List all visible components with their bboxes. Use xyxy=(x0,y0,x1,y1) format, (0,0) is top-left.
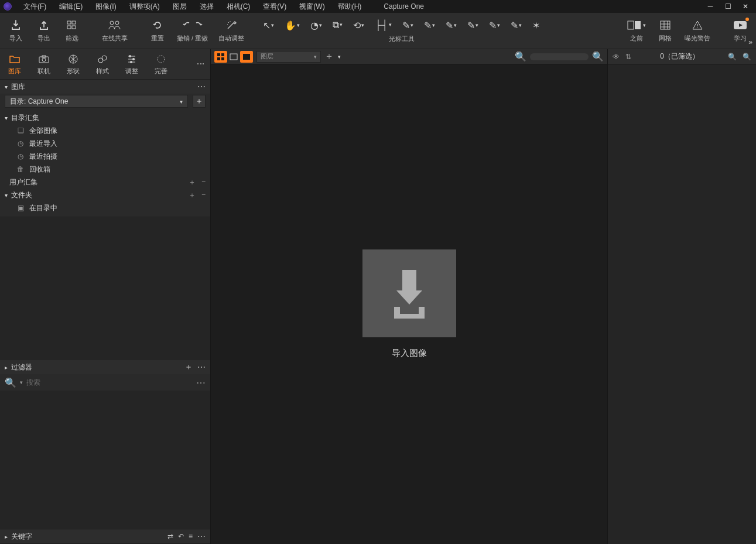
rotate-tool[interactable]: ⟲▾ xyxy=(353,20,364,31)
export-button[interactable]: 导出 xyxy=(33,16,55,45)
svg-marker-27 xyxy=(396,290,422,304)
share-button[interactable]: 在线共享 xyxy=(100,16,130,45)
item-in-catalog[interactable]: ▣在目录中 xyxy=(0,201,210,214)
reset-label: 重置 xyxy=(151,34,164,43)
keystone-tool[interactable]: ├┤▾ xyxy=(375,20,392,30)
undo-redo-icon xyxy=(181,19,204,32)
menu-window[interactable]: 视窗(W) xyxy=(293,1,330,13)
auto-adjust-button[interactable]: 自动调整 xyxy=(216,16,247,45)
svg-rect-22 xyxy=(217,57,220,60)
menu-view[interactable]: 查看(V) xyxy=(257,1,292,13)
remove-folder-button[interactable]: − xyxy=(201,190,206,200)
zoom-in-icon[interactable]: 🔍 xyxy=(592,51,604,62)
titlebar: 文件(F) 编辑(E) 图像(I) 调整项(A) 图层 选择 相机(C) 查看(… xyxy=(0,0,756,13)
hand-tool[interactable]: ✋▾ xyxy=(285,20,300,31)
group-folders[interactable]: ▾文件夹 ＋− xyxy=(0,189,210,201)
catalog-add-button[interactable]: ＋ xyxy=(193,95,206,108)
tab-shape[interactable]: 形状 xyxy=(59,49,88,80)
browser-search-icon[interactable]: 🔍 xyxy=(728,53,737,61)
tab-adjust[interactable]: 调整 xyxy=(117,49,146,80)
toolbar-overflow-icon[interactable]: » xyxy=(748,38,752,46)
in-catalog-label: 在目录中 xyxy=(29,203,57,213)
cull-button[interactable]: 筛选 xyxy=(61,16,83,45)
filters-search-menu[interactable]: ⋯ xyxy=(196,377,206,388)
zoom-slider[interactable] xyxy=(530,53,589,60)
panel-library-title: 图库 xyxy=(11,82,25,92)
spot-tool[interactable]: ✎▾ xyxy=(402,20,413,31)
radial-tool[interactable]: ✎▾ xyxy=(489,20,500,31)
menu-file[interactable]: 文件(F) xyxy=(18,1,52,13)
reset-button[interactable]: 重置 xyxy=(146,16,169,45)
catalog-collections-label: 目录汇集 xyxy=(11,113,39,123)
close-button[interactable]: ✕ xyxy=(741,2,750,11)
item-recent-imports[interactable]: ◷最近导入 xyxy=(0,137,210,150)
star-tool[interactable]: ✶ xyxy=(532,20,540,31)
add-folder-button[interactable]: ＋ xyxy=(189,190,196,200)
before-after-button[interactable]: ▾ 之前 xyxy=(625,16,648,45)
chevron-right-icon: ▸ xyxy=(5,364,8,371)
left-empty-area xyxy=(0,217,210,360)
eraser-tool[interactable]: ✎▾ xyxy=(446,20,457,31)
add-layer-button[interactable]: ＋ xyxy=(324,50,334,63)
panel-library-menu[interactable]: ⋯ xyxy=(197,82,206,91)
menu-layer[interactable]: 图层 xyxy=(167,1,193,13)
pointer-tool[interactable]: ↖▾ xyxy=(263,20,274,31)
keywords-list-button[interactable]: ≡ xyxy=(189,532,193,540)
tab-refine-label: 完善 xyxy=(155,67,167,76)
tab-library[interactable]: 图库 xyxy=(0,49,29,80)
panel-filters-header[interactable]: ▸ 过滤器 ＋ ⋯ xyxy=(0,360,210,374)
group-catalog-collections[interactable]: ▾目录汇集 xyxy=(0,111,210,124)
menu-image[interactable]: 图像(I) xyxy=(90,1,122,13)
view-single-button[interactable] xyxy=(227,51,240,63)
keywords-menu[interactable]: ⋯ xyxy=(197,532,206,541)
minimize-button[interactable]: ─ xyxy=(706,2,715,11)
remove-collection-button[interactable]: − xyxy=(201,177,206,187)
catalog-selector[interactable]: 目录: Capture One ▾ xyxy=(5,95,188,108)
sort-icon[interactable]: ⇅ xyxy=(625,53,631,61)
tab-tether[interactable]: 联机 xyxy=(29,49,59,80)
import-button[interactable]: 导入 xyxy=(5,16,27,45)
gradient-tool[interactable]: ✎▾ xyxy=(467,20,478,31)
tool-tabs-menu-icon[interactable]: ⋮ xyxy=(196,60,206,69)
menu-edit[interactable]: 编辑(E) xyxy=(53,1,88,13)
undo-redo-button[interactable]: 撤销 / 重做 xyxy=(175,16,210,45)
learn-button[interactable]: 学习 xyxy=(729,16,751,45)
panel-keywords-header[interactable]: ▸ 关键字 ⇄ ↶ ≡ ⋯ xyxy=(0,529,210,543)
filters-add-button[interactable]: ＋ xyxy=(184,362,193,372)
heal-tool[interactable]: ✎▾ xyxy=(511,20,522,31)
browser-zoom-icon[interactable]: 🔍 xyxy=(743,53,751,61)
cull-icon xyxy=(66,19,78,32)
item-trash[interactable]: 🗑回收箱 xyxy=(0,163,210,176)
user-collections-label: 用户汇集 xyxy=(9,177,37,187)
exposure-warning-button[interactable]: 曝光警告 xyxy=(682,16,713,45)
keywords-reset-button[interactable]: ↶ xyxy=(178,532,184,540)
maximize-button[interactable]: ☐ xyxy=(723,2,733,11)
menu-select[interactable]: 选择 xyxy=(194,1,220,13)
svg-rect-8 xyxy=(661,21,670,29)
grid-button[interactable]: 网格 xyxy=(654,16,676,45)
tab-style[interactable]: 样式 xyxy=(88,49,117,80)
panel-library-header[interactable]: ▾ 图库 ⋯ xyxy=(0,80,210,94)
viewer-canvas: 导入图像 xyxy=(211,64,607,544)
loupe-tool[interactable]: ◔▾ xyxy=(310,20,322,31)
zoom-out-icon[interactable]: 🔍 xyxy=(515,51,526,62)
item-all-images[interactable]: ❏全部图像 xyxy=(0,124,210,137)
filters-menu[interactable]: ⋯ xyxy=(197,362,206,372)
menu-help[interactable]: 帮助(H) xyxy=(332,1,368,13)
item-recent-captures[interactable]: ◷最近拍摄 xyxy=(0,150,210,163)
brush-tool[interactable]: ✎▾ xyxy=(424,20,435,31)
filters-search-input[interactable] xyxy=(26,378,193,386)
layer-selector[interactable]: 图层 ▾ xyxy=(256,51,321,63)
tab-refine[interactable]: 完善 xyxy=(146,49,176,80)
group-user-collections[interactable]: 用户汇集 ＋− xyxy=(0,176,210,189)
menu-adjust[interactable]: 调整项(A) xyxy=(124,1,166,13)
svg-rect-6 xyxy=(628,21,634,29)
add-collection-button[interactable]: ＋ xyxy=(189,177,196,187)
eye-icon[interactable]: 👁 xyxy=(613,53,620,61)
view-proof-button[interactable] xyxy=(240,51,253,63)
import-images-tile[interactable] xyxy=(362,249,456,337)
menu-camera[interactable]: 相机(C) xyxy=(221,1,256,13)
keywords-copy-button[interactable]: ⇄ xyxy=(167,532,173,540)
crop-tool[interactable]: ⧉▾ xyxy=(333,20,343,30)
view-grid-button[interactable] xyxy=(214,51,227,63)
